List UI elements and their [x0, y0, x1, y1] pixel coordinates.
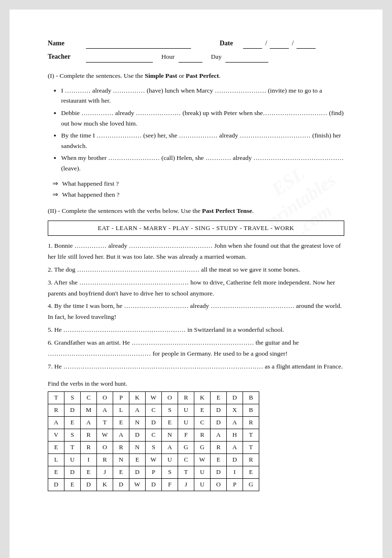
grid-cell: E [243, 466, 259, 478]
grid-cell: C [146, 404, 162, 416]
word-grid: TSCOPKWORKEDBRDMALACSUEDXBAEATENDEUCDARV… [48, 391, 259, 491]
grid-cell: D [113, 478, 129, 491]
page: ESLprintables.com Name Date / / Teacher [10, 10, 382, 558]
grid-cell: E [113, 466, 129, 478]
section1-bold1: Simple Past [145, 72, 177, 79]
grid-cell: W [146, 391, 162, 404]
verb-box: EAT - LEARN - MARRY - PLAY - SING - STUD… [48, 221, 344, 236]
sentence-7: 7. He ………………………………………………………………………………… as… [48, 361, 344, 372]
date-part1 [243, 39, 262, 49]
grid-cell: R [113, 441, 129, 453]
grid-cell: O [97, 441, 113, 453]
numbered-sentences: 1. Bonnie …………… already ………………………………… Jo… [48, 241, 344, 372]
sentence-6: 6. Grandfather was an artist. He …………………… [48, 337, 344, 359]
grid-cell: W [129, 478, 146, 491]
grid-cell: O [211, 478, 227, 491]
date-part2 [270, 39, 289, 49]
grid-cell: R [81, 429, 97, 441]
arrow-icon-2: ⇒ [53, 190, 58, 200]
grid-cell: W [194, 453, 211, 466]
grid-cell: U [178, 404, 194, 416]
grid-cell: N [129, 416, 146, 429]
grid-cell: J [97, 466, 113, 478]
grid-cell: S [64, 391, 81, 404]
grid-cell: L [48, 453, 64, 466]
grid-cell: D [81, 478, 97, 491]
grid-cell: C [146, 429, 162, 441]
sentence-4: 4. By the time I was born, he …………………………… [48, 301, 344, 323]
grid-cell: V [48, 429, 64, 441]
hour-field [179, 52, 202, 62]
grid-cell: E [64, 478, 81, 491]
grid-cell: C [81, 391, 97, 404]
grid-cell: H [227, 429, 243, 441]
name-label: Name [48, 38, 86, 48]
grid-cell: O [162, 391, 178, 404]
day-label: Day [211, 52, 222, 62]
grid-cell: F [162, 478, 178, 491]
hour-label: Hour [161, 52, 175, 62]
grid-cell: N [129, 441, 146, 453]
grid-cell: S [64, 429, 81, 441]
bullet-item-1: I ………… already …………… (have) lunch when M… [61, 85, 344, 106]
grid-cell: D [146, 478, 162, 491]
grid-cell: G [178, 441, 194, 453]
grid-cell: A [48, 416, 64, 429]
grid-cell: D [129, 466, 146, 478]
sentence-5: 5. He ………………………………………………… in Switzerland… [48, 325, 344, 336]
grid-cell: A [227, 416, 243, 429]
section1-period: . [219, 72, 220, 79]
arrow-icon-1: ⇒ [53, 179, 58, 189]
grid-cell: B [243, 391, 259, 404]
grid-cell: A [211, 429, 227, 441]
grid-cell: P [113, 391, 129, 404]
grid-cell: D [227, 391, 243, 404]
grid-cell: P [146, 466, 162, 478]
grid-cell: U [162, 453, 178, 466]
name-row: Name Date / / [48, 38, 344, 49]
teacher-field [86, 52, 153, 62]
date-part3 [297, 39, 316, 49]
header-section: Name Date / / Teacher Hour Day [48, 38, 344, 63]
grid-cell: D [129, 429, 146, 441]
bullet-item-2: Debbie …………… already ………………… (break) up … [61, 108, 344, 128]
grid-cell: D [64, 404, 81, 416]
grid-cell: T [178, 466, 194, 478]
grid-cell: D [48, 478, 64, 491]
grid-cell: R [243, 453, 259, 466]
section2-period: . [252, 207, 254, 214]
grid-cell: T [64, 441, 81, 453]
grid-cell: I [81, 453, 97, 466]
grid-cell: A [113, 429, 129, 441]
section2-instruction: - Complete the sentences with the verbs … [58, 207, 202, 214]
grid-cell: N [113, 453, 129, 466]
grid-cell: D [211, 416, 227, 429]
grid-cell: E [64, 416, 81, 429]
section2-bold: Past Perfect Tense [202, 207, 252, 214]
grid-cell: U [178, 416, 194, 429]
grid-cell: W [97, 429, 113, 441]
date-label: Date [220, 38, 233, 48]
bullet-item-3: By the time I ………………… (see) her, she ………… [61, 130, 344, 151]
teacher-row: Teacher Hour Day [48, 52, 344, 62]
grid-cell: D [211, 466, 227, 478]
date-slash1: / [265, 38, 267, 48]
grid-cell: O [97, 391, 113, 404]
grid-cell: E [211, 391, 227, 404]
section1-or: or [177, 72, 186, 79]
grid-cell: E [211, 453, 227, 466]
section2-roman: (II) [48, 207, 56, 214]
sentence-2: 2. The dog ………………………………………………… all the m… [48, 264, 344, 275]
section2-heading: (II) - Complete the sentences with the v… [48, 206, 344, 216]
section1-heading: (I) - Complete the sentences. Use the Si… [48, 71, 344, 81]
grid-cell: E [129, 453, 146, 466]
grid-cell: E [162, 416, 178, 429]
date-slash2: / [292, 38, 294, 48]
arrow-text-1: What happened first ? [62, 179, 119, 189]
grid-cell: S [162, 404, 178, 416]
grid-cell: U [64, 453, 81, 466]
grid-cell: M [81, 404, 97, 416]
grid-cell: C [194, 416, 211, 429]
name-field [86, 39, 191, 49]
grid-cell: K [129, 391, 146, 404]
